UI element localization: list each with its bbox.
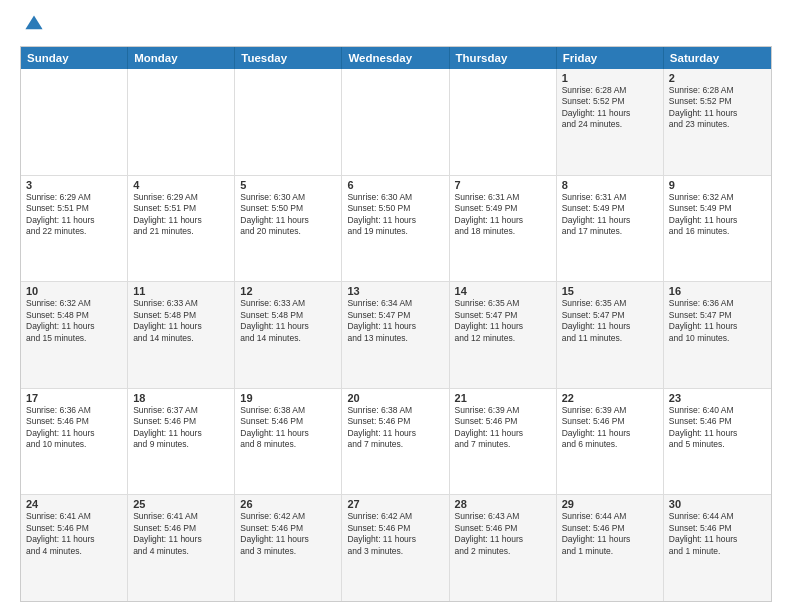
day-info: Sunrise: 6:42 AM Sunset: 5:46 PM Dayligh… xyxy=(347,511,443,557)
day-cell-6: 6Sunrise: 6:30 AM Sunset: 5:50 PM Daylig… xyxy=(342,176,449,282)
day-cell-12: 12Sunrise: 6:33 AM Sunset: 5:48 PM Dayli… xyxy=(235,282,342,388)
svg-marker-0 xyxy=(25,15,42,29)
day-info: Sunrise: 6:34 AM Sunset: 5:47 PM Dayligh… xyxy=(347,298,443,344)
day-info: Sunrise: 6:32 AM Sunset: 5:49 PM Dayligh… xyxy=(669,192,766,238)
day-cell-2: 2Sunrise: 6:28 AM Sunset: 5:52 PM Daylig… xyxy=(664,69,771,175)
day-number: 6 xyxy=(347,179,443,191)
day-number: 7 xyxy=(455,179,551,191)
day-cell-4: 4Sunrise: 6:29 AM Sunset: 5:51 PM Daylig… xyxy=(128,176,235,282)
day-cell-16: 16Sunrise: 6:36 AM Sunset: 5:47 PM Dayli… xyxy=(664,282,771,388)
day-number: 28 xyxy=(455,498,551,510)
day-number: 10 xyxy=(26,285,122,297)
logo xyxy=(20,16,46,36)
day-number: 1 xyxy=(562,72,658,84)
calendar-row-1: 3Sunrise: 6:29 AM Sunset: 5:51 PM Daylig… xyxy=(21,175,771,282)
day-info: Sunrise: 6:30 AM Sunset: 5:50 PM Dayligh… xyxy=(347,192,443,238)
day-cell-14: 14Sunrise: 6:35 AM Sunset: 5:47 PM Dayli… xyxy=(450,282,557,388)
day-number: 5 xyxy=(240,179,336,191)
empty-cell-r0c0 xyxy=(21,69,128,175)
day-cell-15: 15Sunrise: 6:35 AM Sunset: 5:47 PM Dayli… xyxy=(557,282,664,388)
day-number: 4 xyxy=(133,179,229,191)
calendar-row-3: 17Sunrise: 6:36 AM Sunset: 5:46 PM Dayli… xyxy=(21,388,771,495)
day-info: Sunrise: 6:40 AM Sunset: 5:46 PM Dayligh… xyxy=(669,405,766,451)
day-cell-26: 26Sunrise: 6:42 AM Sunset: 5:46 PM Dayli… xyxy=(235,495,342,601)
day-cell-13: 13Sunrise: 6:34 AM Sunset: 5:47 PM Dayli… xyxy=(342,282,449,388)
day-info: Sunrise: 6:28 AM Sunset: 5:52 PM Dayligh… xyxy=(562,85,658,131)
day-info: Sunrise: 6:29 AM Sunset: 5:51 PM Dayligh… xyxy=(133,192,229,238)
day-info: Sunrise: 6:39 AM Sunset: 5:46 PM Dayligh… xyxy=(562,405,658,451)
day-number: 29 xyxy=(562,498,658,510)
day-cell-8: 8Sunrise: 6:31 AM Sunset: 5:49 PM Daylig… xyxy=(557,176,664,282)
page: SundayMondayTuesdayWednesdayThursdayFrid… xyxy=(0,0,792,612)
empty-cell-r0c1 xyxy=(128,69,235,175)
day-info: Sunrise: 6:31 AM Sunset: 5:49 PM Dayligh… xyxy=(562,192,658,238)
day-info: Sunrise: 6:35 AM Sunset: 5:47 PM Dayligh… xyxy=(562,298,658,344)
day-number: 15 xyxy=(562,285,658,297)
calendar-row-0: 1Sunrise: 6:28 AM Sunset: 5:52 PM Daylig… xyxy=(21,69,771,175)
header xyxy=(20,16,772,36)
day-number: 27 xyxy=(347,498,443,510)
day-info: Sunrise: 6:32 AM Sunset: 5:48 PM Dayligh… xyxy=(26,298,122,344)
day-cell-18: 18Sunrise: 6:37 AM Sunset: 5:46 PM Dayli… xyxy=(128,389,235,495)
day-cell-3: 3Sunrise: 6:29 AM Sunset: 5:51 PM Daylig… xyxy=(21,176,128,282)
day-info: Sunrise: 6:29 AM Sunset: 5:51 PM Dayligh… xyxy=(26,192,122,238)
day-number: 9 xyxy=(669,179,766,191)
day-info: Sunrise: 6:38 AM Sunset: 5:46 PM Dayligh… xyxy=(240,405,336,451)
day-info: Sunrise: 6:33 AM Sunset: 5:48 PM Dayligh… xyxy=(240,298,336,344)
day-cell-19: 19Sunrise: 6:38 AM Sunset: 5:46 PM Dayli… xyxy=(235,389,342,495)
day-cell-25: 25Sunrise: 6:41 AM Sunset: 5:46 PM Dayli… xyxy=(128,495,235,601)
day-cell-22: 22Sunrise: 6:39 AM Sunset: 5:46 PM Dayli… xyxy=(557,389,664,495)
empty-cell-r0c3 xyxy=(342,69,449,175)
day-info: Sunrise: 6:41 AM Sunset: 5:46 PM Dayligh… xyxy=(133,511,229,557)
day-cell-5: 5Sunrise: 6:30 AM Sunset: 5:50 PM Daylig… xyxy=(235,176,342,282)
calendar-row-4: 24Sunrise: 6:41 AM Sunset: 5:46 PM Dayli… xyxy=(21,494,771,601)
logo-icon xyxy=(22,12,46,36)
day-info: Sunrise: 6:43 AM Sunset: 5:46 PM Dayligh… xyxy=(455,511,551,557)
day-number: 18 xyxy=(133,392,229,404)
day-number: 22 xyxy=(562,392,658,404)
calendar-row-2: 10Sunrise: 6:32 AM Sunset: 5:48 PM Dayli… xyxy=(21,281,771,388)
weekday-header-wednesday: Wednesday xyxy=(342,47,449,69)
day-number: 20 xyxy=(347,392,443,404)
calendar-body: 1Sunrise: 6:28 AM Sunset: 5:52 PM Daylig… xyxy=(21,69,771,601)
day-number: 21 xyxy=(455,392,551,404)
day-cell-29: 29Sunrise: 6:44 AM Sunset: 5:46 PM Dayli… xyxy=(557,495,664,601)
day-info: Sunrise: 6:35 AM Sunset: 5:47 PM Dayligh… xyxy=(455,298,551,344)
day-cell-30: 30Sunrise: 6:44 AM Sunset: 5:46 PM Dayli… xyxy=(664,495,771,601)
day-number: 2 xyxy=(669,72,766,84)
weekday-header-sunday: Sunday xyxy=(21,47,128,69)
weekday-header-monday: Monday xyxy=(128,47,235,69)
day-info: Sunrise: 6:30 AM Sunset: 5:50 PM Dayligh… xyxy=(240,192,336,238)
day-cell-1: 1Sunrise: 6:28 AM Sunset: 5:52 PM Daylig… xyxy=(557,69,664,175)
day-cell-23: 23Sunrise: 6:40 AM Sunset: 5:46 PM Dayli… xyxy=(664,389,771,495)
day-info: Sunrise: 6:42 AM Sunset: 5:46 PM Dayligh… xyxy=(240,511,336,557)
day-cell-24: 24Sunrise: 6:41 AM Sunset: 5:46 PM Dayli… xyxy=(21,495,128,601)
calendar-header: SundayMondayTuesdayWednesdayThursdayFrid… xyxy=(21,47,771,69)
day-info: Sunrise: 6:36 AM Sunset: 5:47 PM Dayligh… xyxy=(669,298,766,344)
weekday-header-friday: Friday xyxy=(557,47,664,69)
day-info: Sunrise: 6:28 AM Sunset: 5:52 PM Dayligh… xyxy=(669,85,766,131)
weekday-header-saturday: Saturday xyxy=(664,47,771,69)
weekday-header-tuesday: Tuesday xyxy=(235,47,342,69)
day-number: 30 xyxy=(669,498,766,510)
day-info: Sunrise: 6:41 AM Sunset: 5:46 PM Dayligh… xyxy=(26,511,122,557)
day-info: Sunrise: 6:39 AM Sunset: 5:46 PM Dayligh… xyxy=(455,405,551,451)
weekday-header-thursday: Thursday xyxy=(450,47,557,69)
day-info: Sunrise: 6:36 AM Sunset: 5:46 PM Dayligh… xyxy=(26,405,122,451)
day-cell-21: 21Sunrise: 6:39 AM Sunset: 5:46 PM Dayli… xyxy=(450,389,557,495)
day-number: 11 xyxy=(133,285,229,297)
day-number: 16 xyxy=(669,285,766,297)
day-info: Sunrise: 6:44 AM Sunset: 5:46 PM Dayligh… xyxy=(669,511,766,557)
day-number: 25 xyxy=(133,498,229,510)
day-info: Sunrise: 6:33 AM Sunset: 5:48 PM Dayligh… xyxy=(133,298,229,344)
calendar: SundayMondayTuesdayWednesdayThursdayFrid… xyxy=(20,46,772,602)
empty-cell-r0c2 xyxy=(235,69,342,175)
day-cell-17: 17Sunrise: 6:36 AM Sunset: 5:46 PM Dayli… xyxy=(21,389,128,495)
day-number: 13 xyxy=(347,285,443,297)
day-number: 8 xyxy=(562,179,658,191)
day-number: 24 xyxy=(26,498,122,510)
day-number: 19 xyxy=(240,392,336,404)
day-number: 17 xyxy=(26,392,122,404)
day-info: Sunrise: 6:37 AM Sunset: 5:46 PM Dayligh… xyxy=(133,405,229,451)
day-number: 12 xyxy=(240,285,336,297)
